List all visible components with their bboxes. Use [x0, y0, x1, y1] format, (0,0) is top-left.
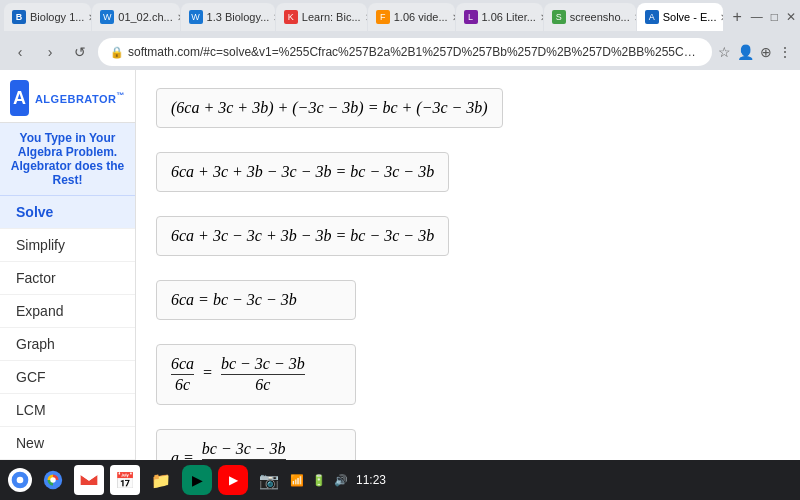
minimize-button[interactable]: — — [751, 10, 763, 24]
battery-icon: 🔋 — [312, 474, 326, 487]
close-tab-01[interactable]: ✕ — [177, 12, 180, 23]
math-step-5: 6ca 6c = bc − 3c − 3b 6c — [156, 344, 356, 405]
sidebar-item-graph[interactable]: Graph — [0, 328, 135, 361]
close-tab-106l[interactable]: ✕ — [540, 12, 543, 23]
algebrator-logo-icon: A — [10, 80, 29, 116]
tab-label-106v: 1.06 vide... — [394, 11, 448, 23]
sidebar-item-gcf[interactable]: GCF — [0, 361, 135, 394]
step1-container: (6ca + 3c + 3b) + (−3c − 3b) = bc + (−3c… — [156, 80, 780, 136]
sidebar-item-simplify[interactable]: Simplify — [0, 229, 135, 262]
tab-label-01: 01_02.ch... — [118, 11, 172, 23]
math-step-2: 6ca + 3c + 3b − 3c − 3b = bc − 3c − 3b — [156, 152, 449, 192]
sidebar-item-expand[interactable]: Expand — [0, 295, 135, 328]
step2-container: 6ca + 3c + 3b − 3c − 3b = bc − 3c − 3b — [156, 144, 780, 200]
tab-label-screenshot: screensho... — [570, 11, 630, 23]
logo-text: ALGEBRATOR™ — [35, 91, 125, 105]
taskbar-photos-icon[interactable]: 📷 — [254, 465, 284, 495]
taskbar-chromebook-icon[interactable] — [8, 468, 32, 492]
tab-biology[interactable]: B Biology 1... ✕ — [4, 3, 91, 31]
tab-learn[interactable]: K Learn: Bic... ✕ — [276, 3, 367, 31]
sidebar-item-solve[interactable]: Solve — [0, 196, 135, 229]
tab-screenshot[interactable]: S screensho... ✕ — [544, 3, 636, 31]
favicon-106v: F — [376, 10, 390, 24]
close-tab-biology[interactable]: ✕ — [88, 12, 91, 23]
taskbar-play-icon[interactable]: ▶ — [182, 465, 212, 495]
sidebar-logo: A ALGEBRATOR™ — [0, 70, 135, 123]
tab-label-biology: Biology 1... — [30, 11, 84, 23]
tab-solve[interactable]: A Solve - E... ✕ — [637, 3, 724, 31]
tab-bar: B Biology 1... ✕ W 01_02.ch... ✕ W 1.3 B… — [0, 0, 800, 34]
step4-container: 6ca = bc − 3c − 3b — [156, 272, 780, 328]
math-step-3: 6ca + 3c − 3c + 3b − 3b = bc − 3c − 3b — [156, 216, 449, 256]
close-tab-13[interactable]: ✕ — [273, 12, 275, 23]
frac-6ca-6c: 6ca 6c — [171, 355, 194, 394]
tab-01[interactable]: W 01_02.ch... ✕ — [92, 3, 179, 31]
frac-bc-6c: bc − 3c − 3b 6c — [221, 355, 305, 394]
favicon-01: W — [100, 10, 114, 24]
taskbar-gmail-icon[interactable] — [74, 465, 104, 495]
math-step-1: (6ca + 3c + 3b) + (−3c − 3b) = bc + (−3c… — [156, 88, 503, 128]
page-body: A ALGEBRATOR™ You Type in Your Algebra P… — [0, 70, 800, 500]
svg-point-1 — [17, 477, 24, 484]
bookmark-icon[interactable]: ☆ — [718, 44, 731, 60]
logo-letter: A — [13, 88, 26, 109]
taskbar-youtube-icon[interactable]: ▶ — [218, 465, 248, 495]
url-bar[interactable]: 🔒 softmath.com/#c=solve&v1=%255Cfrac%257… — [98, 38, 712, 66]
step3-container: 6ca + 3c − 3c + 3b − 3b = bc − 3c − 3b — [156, 208, 780, 264]
taskbar-sys-area: 📶 🔋 🔊 11:23 — [290, 473, 386, 487]
volume-icon: 🔊 — [334, 474, 348, 487]
maximize-button[interactable]: □ — [771, 10, 778, 24]
forward-button[interactable]: › — [38, 40, 62, 64]
close-tab-106v[interactable]: ✕ — [452, 12, 455, 23]
favicon-screenshot: S — [552, 10, 566, 24]
network-icon: 📶 — [290, 474, 304, 487]
profile-icon[interactable]: 👤 — [737, 44, 754, 60]
url-text: softmath.com/#c=solve&v1=%255Cfrac%257B2… — [128, 45, 700, 59]
step5-container: 6ca 6c = bc − 3c − 3b 6c — [156, 336, 780, 413]
header-banner: You Type in Your Algebra Problem. Algebr… — [0, 123, 135, 196]
close-tab-solve[interactable]: ✕ — [720, 12, 723, 23]
favicon-learn: K — [284, 10, 298, 24]
extensions-icon[interactable]: ⊕ — [760, 44, 772, 60]
menu-icon[interactable]: ⋮ — [778, 44, 792, 60]
sidebar: A ALGEBRATOR™ You Type in Your Algebra P… — [0, 70, 136, 500]
favicon-106l: L — [464, 10, 478, 24]
tab-label-13: 1.3 Biology... — [207, 11, 270, 23]
sidebar-item-factor[interactable]: Factor — [0, 262, 135, 295]
address-bar: ‹ › ↺ 🔒 softmath.com/#c=solve&v1=%255Cfr… — [0, 34, 800, 70]
new-tab-button[interactable]: + — [724, 8, 749, 26]
close-tab-screenshot[interactable]: ✕ — [634, 12, 636, 23]
refresh-button[interactable]: ↺ — [68, 40, 92, 64]
tab-13[interactable]: W 1.3 Biology... ✕ — [181, 3, 275, 31]
tab-label-106l: 1.06 Liter... — [482, 11, 536, 23]
toolbar-icons: ☆ 👤 ⊕ ⋮ — [718, 44, 792, 60]
favicon-solve: A — [645, 10, 659, 24]
svg-point-3 — [50, 477, 56, 483]
close-tab-learn[interactable]: ✕ — [365, 12, 367, 23]
close-window-button[interactable]: ✕ — [786, 10, 796, 24]
main-content: (6ca + 3c + 3b) + (−3c − 3b) = bc + (−3c… — [136, 70, 800, 500]
taskbar-files-icon[interactable]: 📁 — [146, 465, 176, 495]
tab-label-learn: Learn: Bic... — [302, 11, 361, 23]
taskbar: 📅 📁 ▶ ▶ 📷 📶 🔋 🔊 11:23 — [0, 460, 800, 500]
sidebar-item-new[interactable]: New — [0, 427, 135, 460]
sidebar-nav: Solve Simplify Factor Expand Graph GCF L… — [0, 196, 135, 500]
taskbar-chrome-icon[interactable] — [38, 465, 68, 495]
tab-106v[interactable]: F 1.06 vide... ✕ — [368, 3, 455, 31]
tab-106l[interactable]: L 1.06 Liter... ✕ — [456, 3, 543, 31]
tab-label-solve: Solve - E... — [663, 11, 717, 23]
back-button[interactable]: ‹ — [8, 40, 32, 64]
clock: 11:23 — [356, 473, 386, 487]
lock-icon: 🔒 — [110, 46, 124, 59]
sidebar-item-lcm[interactable]: LCM — [0, 394, 135, 427]
math-step-4: 6ca = bc − 3c − 3b — [156, 280, 356, 320]
favicon-biology: B — [12, 10, 26, 24]
browser-chrome: B Biology 1... ✕ W 01_02.ch... ✕ W 1.3 B… — [0, 0, 800, 70]
window-controls: — □ ✕ — [751, 10, 796, 24]
favicon-13: W — [189, 10, 203, 24]
taskbar-calendar-icon[interactable]: 📅 — [110, 465, 140, 495]
